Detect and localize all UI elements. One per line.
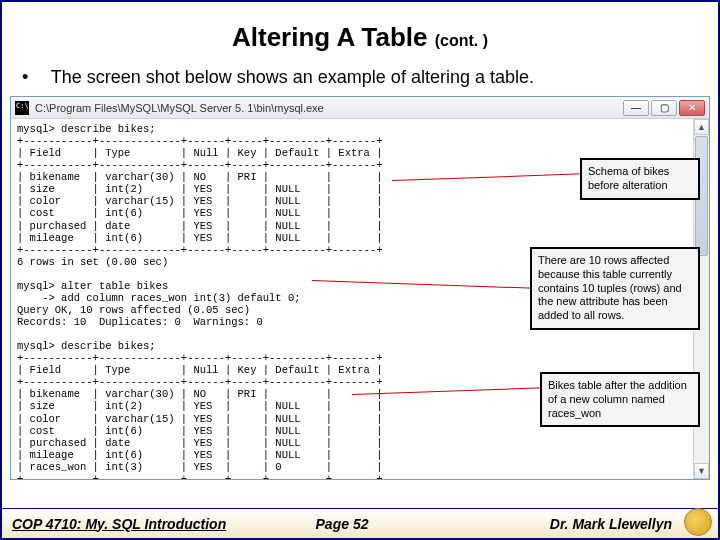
slide: Altering A Table (cont. ) • The screen s… (0, 0, 720, 540)
scroll-down-button[interactable]: ▼ (694, 463, 709, 479)
title-continuation: (cont. ) (435, 32, 488, 49)
bullet-text: The screen shot below shows an example o… (51, 67, 534, 87)
window-titlebar: C:\Program Files\MySQL\MySQL Server 5. 1… (11, 97, 709, 119)
scroll-up-button[interactable]: ▲ (694, 119, 709, 135)
cmd-icon (15, 101, 29, 115)
maximize-button[interactable]: ▢ (651, 100, 677, 116)
minimize-button[interactable]: — (623, 100, 649, 116)
annotation-schema-after: Bikes table after the addition of a new … (540, 372, 700, 427)
annotation-schema-before: Schema of bikes before alteration (580, 158, 700, 200)
window-path: C:\Program Files\MySQL\MySQL Server 5. 1… (35, 102, 623, 114)
slide-title: Altering A Table (cont. ) (2, 22, 718, 53)
annotation-rows-affected: There are 10 rows affected because this … (530, 247, 700, 330)
footer-page: Page 52 (232, 516, 452, 532)
title-text: Altering A Table (232, 22, 428, 52)
footer-course: COP 4710: My. SQL Introduction (12, 516, 232, 532)
bullet-marker: • (22, 67, 46, 88)
slide-footer: COP 4710: My. SQL Introduction Page 52 D… (2, 508, 718, 538)
ucf-logo-icon (684, 508, 712, 536)
close-button[interactable]: ✕ (679, 100, 705, 116)
window-buttons: — ▢ ✕ (623, 100, 705, 116)
footer-author: Dr. Mark Llewellyn (452, 516, 708, 532)
bullet-row: • The screen shot below shows an example… (22, 67, 718, 88)
